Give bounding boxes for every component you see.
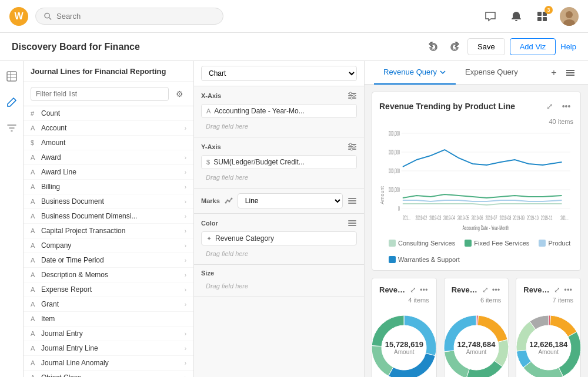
field-search-input[interactable] — [31, 87, 169, 101]
field-item[interactable]: ABusiness Document› — [24, 194, 193, 209]
tab-list-button[interactable] — [562, 65, 579, 81]
color-field[interactable]: ✦ Revenue Category — [201, 231, 357, 245]
field-label: Expense Report — [41, 285, 185, 294]
field-label: Journal Entry Line — [41, 344, 185, 352]
field-label: Business Document Dimensi... — [41, 212, 185, 220]
main-content: Revenue Query Expense Query + Revenue Tr… — [365, 61, 588, 377]
field-type-icon: A — [31, 330, 38, 337]
donut-card-header-1: Revenue by Customer J... ⤢ ••• — [452, 285, 502, 294]
line-chart-svg-wrapper: 0 5,000,000 10,000,000 15,000,000 20,000… — [389, 127, 573, 263]
field-item[interactable]: #Count — [24, 106, 193, 121]
field-arrow-icon: › — [185, 169, 186, 176]
svg-rect-29 — [348, 200, 356, 201]
svg-point-27 — [230, 198, 232, 200]
svg-text:Accounting Date - Year-Month: Accounting Date - Year-Month — [462, 224, 509, 231]
sidebar-icon-table[interactable] — [4, 68, 20, 85]
donut-more-button-2[interactable]: ••• — [563, 285, 573, 294]
field-arrow-icon: › — [185, 375, 186, 378]
donut-expand-button-0[interactable]: ⤢ — [409, 285, 417, 294]
marks-title: Marks — [201, 197, 220, 204]
field-type-icon: $ — [31, 139, 38, 146]
donut-card-header-0: Revenue by Customer J... ⤢ ••• — [379, 285, 429, 294]
donut-expand-button-1[interactable]: ⤢ — [481, 285, 490, 294]
field-label: Date or Time Period — [41, 256, 185, 264]
avatar[interactable] — [560, 7, 579, 26]
field-settings-button[interactable]: ⚙ — [172, 87, 186, 101]
tab-add-button[interactable]: + — [546, 65, 562, 81]
tab-dropdown-icon — [439, 69, 446, 76]
field-item[interactable]: AAward› — [24, 150, 193, 165]
add-viz-button[interactable]: Add Viz — [510, 38, 556, 55]
svg-rect-8 — [7, 72, 16, 81]
tab-revenue-query[interactable]: Revenue Query — [374, 61, 456, 85]
donut-center-label-1: Amount — [457, 349, 495, 355]
field-panel-header: Journal Lines for Financial Reporting — [24, 61, 193, 82]
tab-expense-query[interactable]: Expense Query — [456, 61, 527, 85]
y-axis-label: Amount — [379, 127, 385, 263]
x-axis-field[interactable]: A Accounting Date - Year-Mo... — [201, 104, 357, 118]
donut-card-title-0: Revenue by Customer J... — [379, 285, 409, 294]
marks-row: Marks Line — [194, 188, 364, 214]
x-axis-settings-icon[interactable] — [348, 91, 357, 100]
line-chart-area: Amount 0 5,000,000 10,000,000 — [379, 127, 573, 263]
undo-button[interactable] — [425, 39, 442, 55]
field-item[interactable]: AJournal Line Anomaly› — [24, 356, 193, 371]
marks-type-select[interactable]: Line — [238, 193, 343, 208]
svg-text:2019-07: 2019-07 — [486, 215, 497, 221]
svg-rect-31 — [348, 220, 356, 221]
field-type-icon: A — [31, 301, 38, 308]
marks-settings-icon[interactable] — [348, 196, 357, 206]
bell-icon[interactable] — [508, 8, 524, 25]
field-item[interactable]: AAccount› — [24, 121, 193, 136]
field-item[interactable]: ABilling› — [24, 180, 193, 194]
svg-text:10,000,000: 10,000,000 — [389, 168, 400, 174]
svg-text:201...: 201... — [560, 215, 569, 221]
sidebar-icon-pencil[interactable] — [4, 94, 20, 110]
chart-type-select[interactable]: Chart — [201, 66, 357, 81]
field-item[interactable]: AAward Line› — [24, 165, 193, 180]
redo-button[interactable] — [446, 39, 463, 55]
field-item[interactable]: AObject Class› — [24, 371, 193, 377]
save-button[interactable]: Save — [467, 38, 505, 55]
line-chart-expand-button[interactable]: ⤢ — [543, 99, 557, 113]
line-chart-items-count: 40 items — [379, 118, 573, 125]
field-item[interactable]: ADescription & Memos› — [24, 268, 193, 282]
y-axis-field-type-icon: $ — [206, 159, 210, 166]
field-item[interactable]: ACapital Project Transaction› — [24, 224, 193, 238]
sidebar-icons — [0, 61, 24, 377]
chat-icon[interactable] — [482, 8, 499, 25]
donut-actions-0: ⤢ ••• — [409, 285, 429, 294]
field-item[interactable]: AJournal Entry Line› — [24, 341, 193, 356]
field-item[interactable]: ABusiness Document Dimensi...› — [24, 209, 193, 224]
field-item[interactable]: ADate or Time Period› — [24, 253, 193, 268]
color-settings-icon[interactable] — [348, 218, 357, 228]
donut-svg-wrapper-2: 12,626,184 Amount — [505, 304, 588, 377]
apps-icon[interactable]: 3 — [534, 8, 550, 25]
legend-dot-consulting — [389, 240, 396, 247]
y-axis-field[interactable]: $ SUM(Ledger/Budget Credit... — [201, 155, 357, 169]
svg-point-7 — [563, 19, 575, 26]
field-item[interactable]: AExpense Report› — [24, 282, 193, 297]
field-type-icon: A — [31, 374, 38, 377]
field-item[interactable]: AGrant› — [24, 297, 193, 312]
line-chart-more-button[interactable]: ••• — [559, 99, 573, 113]
help-button[interactable]: Help — [560, 42, 576, 51]
field-arrow-icon: › — [185, 345, 186, 352]
search-bar[interactable] — [35, 8, 223, 25]
donut-expand-button-2[interactable]: ⤢ — [553, 285, 562, 294]
donut-more-button-0[interactable]: ••• — [419, 285, 429, 294]
line-chart-svg: 0 5,000,000 10,000,000 15,000,000 20,000… — [389, 127, 573, 233]
legend-item-consulting: Consulting Services — [389, 240, 455, 247]
field-item[interactable]: AItem — [24, 312, 193, 326]
donut-center-label-0: Amount — [385, 349, 423, 355]
svg-rect-4 — [537, 17, 542, 21]
y-axis-settings-icon[interactable] — [348, 142, 357, 152]
donut-more-button-1[interactable]: ••• — [491, 285, 502, 294]
svg-rect-32 — [348, 223, 356, 224]
donut-card-title-2: Revenue by Customer ... — [523, 285, 553, 294]
sidebar-icon-filter[interactable] — [4, 120, 20, 136]
field-item[interactable]: AJournal Entry› — [24, 326, 193, 341]
search-input[interactable] — [56, 12, 215, 21]
field-item[interactable]: $Amount — [24, 136, 193, 150]
field-item[interactable]: ACompany› — [24, 238, 193, 253]
